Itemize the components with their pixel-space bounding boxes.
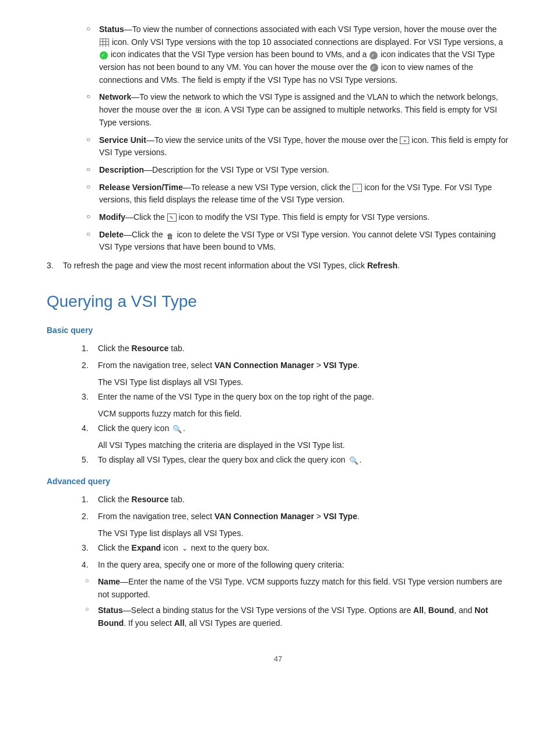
- adv-step-2-text: From the navigation tree, select VAN Con…: [98, 510, 509, 523]
- adv-step-1-text: Click the Resource tab.: [98, 494, 509, 506]
- adv-step-3-num: 3.: [82, 542, 98, 554]
- basic-step-4-sub: All VSI Types matching the criteria are …: [82, 439, 509, 452]
- advanced-query-heading: Advanced query: [47, 475, 509, 488]
- modify-label: Modify: [99, 212, 125, 222]
- basic-step-3-text: Enter the name of the VSI Type in the qu…: [98, 391, 509, 403]
- search-icon2: 🔍: [349, 455, 358, 467]
- basic-step-4-text: Click the query icon 🔍.: [98, 422, 509, 435]
- basic-step-1: 1. Click the Resource tab.: [82, 342, 509, 355]
- green-check-icon: [100, 51, 108, 60]
- page: Status—To view the number of connections…: [0, 0, 556, 756]
- bullet-description: Description—Description for the VSI Type…: [82, 164, 509, 177]
- bullet-release: Release Version/Time—To release a new VS…: [82, 181, 509, 206]
- gray-check-icon2: [370, 64, 378, 72]
- refresh-bold: Refresh: [367, 261, 397, 270]
- grid-icon: [100, 38, 109, 47]
- adv-step-3: 3. Click the Expand icon ⌄ next to the q…: [82, 542, 509, 554]
- adv-step-1: 1. Click the Resource tab.: [82, 494, 509, 506]
- sub-bullet-name: Name—Enter the name of the VSI Type. VCM…: [82, 576, 509, 601]
- adv-step-4-num: 4.: [82, 559, 98, 571]
- bullet-network: Network—To view the network to which the…: [82, 91, 509, 129]
- adv-step-4-subbullets: Name—Enter the name of the VSI Type. VCM…: [82, 576, 509, 630]
- adv-step-1-num: 1.: [82, 494, 98, 506]
- basic-step-4: 4. Click the query icon 🔍. All VSI Types…: [82, 422, 509, 452]
- basic-step-4-num: 4.: [82, 422, 98, 435]
- refresh-step: 3. To refresh the page and view the most…: [47, 260, 509, 272]
- service-unit-label: Service Unit: [99, 135, 146, 145]
- expand-icon: ⌄: [182, 543, 188, 554]
- basic-step-2-sub: The VSI Type list displays all VSI Types…: [82, 376, 509, 388]
- basic-step-2-text: From the navigation tree, select VAN Con…: [98, 359, 509, 372]
- network-icon: ⊞: [195, 104, 202, 116]
- basic-step-2-num: 2.: [82, 359, 98, 372]
- basic-step-3-sub: VCM supports fuzzy match for this field.: [82, 408, 509, 420]
- service-icon: ≡: [400, 136, 409, 144]
- delete-label: Delete: [99, 230, 124, 239]
- basic-query-steps: 1. Click the Resource tab. 2. From the n…: [47, 342, 509, 466]
- refresh-step-text: To refresh the page and view the most re…: [63, 260, 509, 272]
- adv-step-2-num: 2.: [82, 510, 98, 523]
- basic-step-5: 5. To display all VSI Types, clear the q…: [82, 454, 509, 466]
- basic-query-heading: Basic query: [47, 324, 509, 337]
- bullet-modify: Modify—Click the ✎ icon to modify the VS…: [82, 211, 509, 224]
- bullet-delete: Delete—Click the 🗑 icon to delete the VS…: [82, 229, 509, 254]
- delete-icon: 🗑: [166, 231, 174, 239]
- modify-icon: ✎: [167, 214, 177, 222]
- network-label: Network: [99, 92, 131, 102]
- adv-step-3-text: Click the Expand icon ⌄ next to the quer…: [98, 542, 509, 554]
- basic-step-1-num: 1.: [82, 342, 98, 355]
- adv-step-2: 2. From the navigation tree, select VAN …: [82, 510, 509, 540]
- adv-step-2-sub: The VSI Type list displays all VSI Types…: [82, 527, 509, 540]
- release-icon: ↑: [353, 184, 362, 192]
- advanced-query-steps: 1. Click the Resource tab. 2. From the n…: [47, 494, 509, 630]
- top-bullets-section: Status—To view the number of connections…: [47, 23, 509, 254]
- sub-bullet-status: Status—Select a binding status for the V…: [82, 604, 509, 629]
- top-bullet-list: Status—To view the number of connections…: [82, 23, 509, 254]
- page-number: 47: [47, 653, 509, 665]
- gray-check-icon: [370, 51, 378, 60]
- search-icon: 🔍: [173, 424, 182, 435]
- refresh-step-num: 3.: [47, 260, 63, 272]
- release-label: Release Version/Time: [99, 183, 183, 192]
- basic-step-1-text: Click the Resource tab.: [98, 342, 509, 355]
- basic-step-3: 3. Enter the name of the VSI Type in the…: [82, 391, 509, 420]
- description-label: Description: [99, 165, 144, 174]
- basic-step-2: 2. From the navigation tree, select VAN …: [82, 359, 509, 388]
- adv-step-4-text: In the query area, specify one or more o…: [98, 559, 509, 571]
- status-label: Status: [99, 24, 124, 34]
- bullet-service-unit: Service Unit—To view the service units o…: [82, 134, 509, 159]
- adv-step-4: 4. In the query area, specify one or mor…: [82, 559, 509, 630]
- section-heading: Querying a VSI Type: [47, 289, 509, 314]
- basic-step-5-text: To display all VSI Types, clear the quer…: [98, 454, 509, 466]
- basic-step-5-num: 5.: [82, 454, 98, 466]
- bullet-status: Status—To view the number of connections…: [82, 23, 509, 86]
- basic-step-3-num: 3.: [82, 391, 98, 403]
